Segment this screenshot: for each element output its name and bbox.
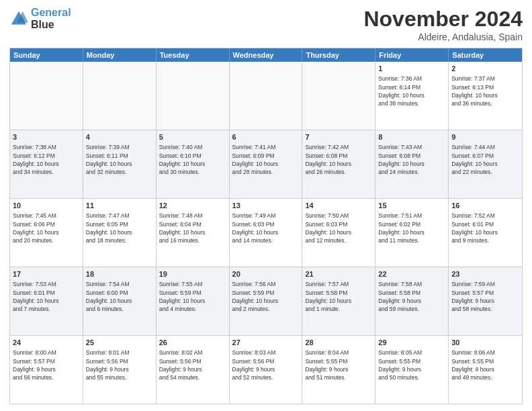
day-number: 3 xyxy=(13,132,80,142)
header-wednesday: Wednesday xyxy=(230,48,303,62)
header: General Blue November 2024 Aldeire, Anda… xyxy=(9,7,523,42)
calendar-cell-4-5: 29Sunrise: 8:05 AM Sunset: 5:55 PM Dayli… xyxy=(375,336,449,404)
cell-text: Sunrise: 7:55 AM Sunset: 5:59 PM Dayligh… xyxy=(159,280,226,313)
day-number: 28 xyxy=(305,338,372,348)
calendar-cell-3-1: 18Sunrise: 7:54 AM Sunset: 6:00 PM Dayli… xyxy=(83,267,157,335)
cell-text: Sunrise: 7:52 AM Sunset: 6:01 PM Dayligh… xyxy=(451,212,519,244)
header-thursday: Thursday xyxy=(302,48,375,62)
calendar-cell-4-3: 27Sunrise: 8:03 AM Sunset: 5:56 PM Dayli… xyxy=(230,336,303,404)
calendar-cell-1-6: 9Sunrise: 7:44 AM Sunset: 6:07 PM Daylig… xyxy=(449,130,522,198)
cell-text: Sunrise: 8:03 AM Sunset: 5:56 PM Dayligh… xyxy=(232,349,300,381)
day-number: 16 xyxy=(451,201,519,211)
calendar-row-2: 10Sunrise: 7:45 AM Sunset: 6:06 PM Dayli… xyxy=(10,199,522,267)
calendar-cell-1-0: 3Sunrise: 7:38 AM Sunset: 6:12 PM Daylig… xyxy=(10,130,83,198)
cell-text: Sunrise: 7:36 AM Sunset: 6:14 PM Dayligh… xyxy=(378,75,445,107)
day-number: 21 xyxy=(305,269,372,279)
cell-text: Sunrise: 8:00 AM Sunset: 5:57 PM Dayligh… xyxy=(13,349,80,381)
day-number: 24 xyxy=(13,338,80,348)
cell-text: Sunrise: 7:54 AM Sunset: 6:00 PM Dayligh… xyxy=(86,280,153,313)
day-number: 29 xyxy=(378,338,445,348)
calendar-cell-2-5: 15Sunrise: 7:51 AM Sunset: 6:02 PM Dayli… xyxy=(375,199,449,267)
cell-text: Sunrise: 8:05 AM Sunset: 5:55 PM Dayligh… xyxy=(378,349,445,381)
cell-text: Sunrise: 7:40 AM Sunset: 6:10 PM Dayligh… xyxy=(159,143,226,176)
calendar-cell-2-6: 16Sunrise: 7:52 AM Sunset: 6:01 PM Dayli… xyxy=(449,199,522,267)
day-number: 6 xyxy=(232,132,300,142)
day-number: 22 xyxy=(378,269,445,279)
cell-text: Sunrise: 7:37 AM Sunset: 6:13 PM Dayligh… xyxy=(451,75,519,107)
day-number: 23 xyxy=(451,269,519,279)
calendar: Sunday Monday Tuesday Wednesday Thursday… xyxy=(9,48,523,404)
calendar-cell-2-3: 13Sunrise: 7:49 AM Sunset: 6:03 PM Dayli… xyxy=(230,199,303,267)
calendar-row-1: 3Sunrise: 7:38 AM Sunset: 6:12 PM Daylig… xyxy=(10,130,522,199)
cell-text: Sunrise: 7:56 AM Sunset: 5:59 PM Dayligh… xyxy=(232,280,300,313)
day-number: 26 xyxy=(159,338,226,348)
calendar-cell-0-1 xyxy=(83,62,157,130)
day-number: 7 xyxy=(305,132,372,142)
day-number: 8 xyxy=(378,132,445,142)
day-number: 2 xyxy=(451,64,519,74)
day-number: 30 xyxy=(451,338,519,348)
cell-text: Sunrise: 7:41 AM Sunset: 6:09 PM Dayligh… xyxy=(232,143,300,176)
cell-text: Sunrise: 7:58 AM Sunset: 5:58 PM Dayligh… xyxy=(378,280,445,313)
header-saturday: Saturday xyxy=(449,48,522,62)
day-number: 5 xyxy=(159,132,226,142)
calendar-cell-1-2: 5Sunrise: 7:40 AM Sunset: 6:10 PM Daylig… xyxy=(157,130,230,198)
day-number: 20 xyxy=(232,269,300,279)
day-number: 14 xyxy=(305,201,372,211)
cell-text: Sunrise: 7:50 AM Sunset: 6:03 PM Dayligh… xyxy=(305,212,372,244)
calendar-cell-0-3 xyxy=(230,62,303,130)
header-friday: Friday xyxy=(375,48,449,62)
day-number: 27 xyxy=(232,338,300,348)
calendar-cell-3-6: 23Sunrise: 7:59 AM Sunset: 5:57 PM Dayli… xyxy=(449,267,522,335)
calendar-cell-3-0: 17Sunrise: 7:53 AM Sunset: 6:01 PM Dayli… xyxy=(10,267,83,335)
calendar-cell-1-1: 4Sunrise: 7:39 AM Sunset: 6:11 PM Daylig… xyxy=(83,130,157,198)
cell-text: Sunrise: 7:47 AM Sunset: 6:05 PM Dayligh… xyxy=(86,212,153,244)
calendar-cell-1-5: 8Sunrise: 7:43 AM Sunset: 6:08 PM Daylig… xyxy=(375,130,449,198)
cell-text: Sunrise: 7:38 AM Sunset: 6:12 PM Dayligh… xyxy=(13,143,80,176)
calendar-row-0: 1Sunrise: 7:36 AM Sunset: 6:14 PM Daylig… xyxy=(10,62,522,130)
calendar-cell-1-3: 6Sunrise: 7:41 AM Sunset: 6:09 PM Daylig… xyxy=(230,130,303,198)
cell-text: Sunrise: 7:49 AM Sunset: 6:03 PM Dayligh… xyxy=(232,212,300,244)
cell-text: Sunrise: 7:59 AM Sunset: 5:57 PM Dayligh… xyxy=(451,280,519,313)
calendar-body: 1Sunrise: 7:36 AM Sunset: 6:14 PM Daylig… xyxy=(10,62,522,404)
calendar-cell-4-1: 25Sunrise: 8:01 AM Sunset: 5:56 PM Dayli… xyxy=(83,336,157,404)
calendar-cell-4-2: 26Sunrise: 8:02 AM Sunset: 5:56 PM Dayli… xyxy=(157,336,230,404)
logo: General Blue xyxy=(9,7,71,30)
calendar-cell-2-2: 12Sunrise: 7:48 AM Sunset: 6:04 PM Dayli… xyxy=(157,199,230,267)
cell-text: Sunrise: 8:01 AM Sunset: 5:56 PM Dayligh… xyxy=(86,349,153,381)
title-block: November 2024 Aldeire, Andalusia, Spain xyxy=(363,7,523,42)
day-number: 18 xyxy=(86,269,153,279)
cell-text: Sunrise: 8:04 AM Sunset: 5:55 PM Dayligh… xyxy=(305,349,372,381)
cell-text: Sunrise: 7:51 AM Sunset: 6:02 PM Dayligh… xyxy=(378,212,445,244)
calendar-cell-2-1: 11Sunrise: 7:47 AM Sunset: 6:05 PM Dayli… xyxy=(83,199,157,267)
cell-text: Sunrise: 7:39 AM Sunset: 6:11 PM Dayligh… xyxy=(86,143,153,176)
calendar-cell-3-5: 22Sunrise: 7:58 AM Sunset: 5:58 PM Dayli… xyxy=(375,267,449,335)
calendar-cell-4-0: 24Sunrise: 8:00 AM Sunset: 5:57 PM Dayli… xyxy=(10,336,83,404)
day-number: 11 xyxy=(86,201,153,211)
header-monday: Monday xyxy=(83,48,157,62)
cell-text: Sunrise: 7:45 AM Sunset: 6:06 PM Dayligh… xyxy=(13,212,80,244)
day-number: 15 xyxy=(378,201,445,211)
logo-line1: General xyxy=(31,7,71,18)
calendar-row-3: 17Sunrise: 7:53 AM Sunset: 6:01 PM Dayli… xyxy=(10,267,522,336)
calendar-cell-0-6: 2Sunrise: 7:37 AM Sunset: 6:13 PM Daylig… xyxy=(449,62,522,130)
day-number: 12 xyxy=(159,201,226,211)
calendar-cell-3-2: 19Sunrise: 7:55 AM Sunset: 5:59 PM Dayli… xyxy=(157,267,230,335)
month-title: November 2024 xyxy=(363,7,523,32)
logo-icon xyxy=(9,9,28,28)
cell-text: Sunrise: 7:53 AM Sunset: 6:01 PM Dayligh… xyxy=(13,280,80,313)
calendar-header: Sunday Monday Tuesday Wednesday Thursday… xyxy=(10,48,522,62)
calendar-row-4: 24Sunrise: 8:00 AM Sunset: 5:57 PM Dayli… xyxy=(10,336,522,404)
day-number: 4 xyxy=(86,132,153,142)
day-number: 19 xyxy=(159,269,226,279)
calendar-cell-0-0 xyxy=(10,62,83,130)
cell-text: Sunrise: 8:02 AM Sunset: 5:56 PM Dayligh… xyxy=(159,349,226,381)
cell-text: Sunrise: 7:48 AM Sunset: 6:04 PM Dayligh… xyxy=(159,212,226,244)
day-number: 9 xyxy=(451,132,519,142)
logo-line2: Blue xyxy=(31,19,71,31)
page: General Blue November 2024 Aldeire, Anda… xyxy=(0,0,532,411)
day-number: 10 xyxy=(13,201,80,211)
cell-text: Sunrise: 7:57 AM Sunset: 5:58 PM Dayligh… xyxy=(305,280,372,313)
cell-text: Sunrise: 7:44 AM Sunset: 6:07 PM Dayligh… xyxy=(451,143,519,176)
header-sunday: Sunday xyxy=(10,48,83,62)
